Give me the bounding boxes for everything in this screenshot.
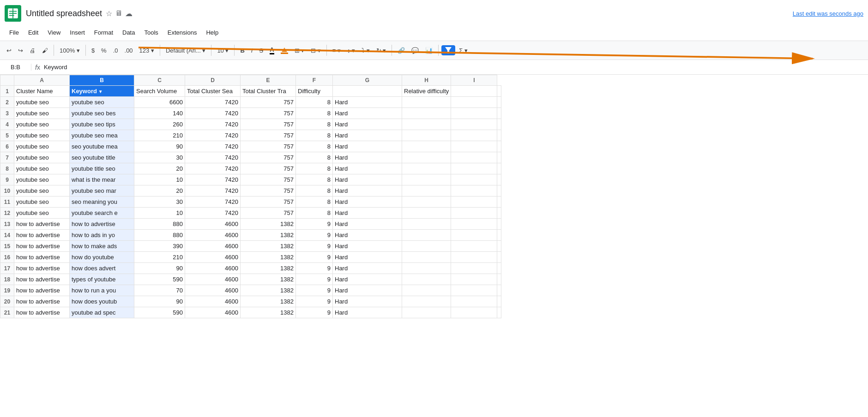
table-cell[interactable]: 8 xyxy=(296,163,333,174)
table-cell[interactable]: how to advertise xyxy=(14,285,70,296)
menu-file[interactable]: File xyxy=(5,27,24,38)
table-cell[interactable]: Relative difficulty xyxy=(402,86,451,97)
table-cell[interactable] xyxy=(497,141,501,152)
table-cell[interactable]: youtube seo xyxy=(14,185,70,197)
table-cell[interactable]: youtube seo xyxy=(14,141,70,152)
table-cell[interactable]: 880 xyxy=(134,219,185,230)
table-cell[interactable]: Hard xyxy=(333,208,402,219)
table-cell[interactable] xyxy=(402,230,451,241)
table-cell[interactable]: Hard xyxy=(333,97,402,108)
print-button[interactable]: 🖨 xyxy=(27,45,38,56)
table-cell[interactable]: 4600 xyxy=(185,219,241,230)
table-cell[interactable]: how do youtube xyxy=(70,252,134,263)
table-cell[interactable] xyxy=(451,307,497,318)
table-cell[interactable]: how to advertise xyxy=(14,241,70,252)
table-cell[interactable] xyxy=(451,174,497,185)
percent-button[interactable]: % xyxy=(98,45,109,56)
table-cell[interactable] xyxy=(451,130,497,141)
sum-button[interactable]: Σ ▾ xyxy=(456,45,470,56)
col-header-g[interactable]: G xyxy=(333,75,402,86)
table-cell[interactable]: how to advertise xyxy=(14,219,70,230)
table-cell[interactable]: youtube seo mar xyxy=(70,185,134,197)
table-cell[interactable] xyxy=(402,274,451,285)
table-cell[interactable]: 757 xyxy=(241,141,296,152)
table-cell[interactable]: youtube seo bes xyxy=(70,108,134,119)
table-cell[interactable]: Hard xyxy=(333,219,402,230)
table-cell[interactable]: 757 xyxy=(241,130,296,141)
table-cell[interactable]: 9 xyxy=(296,252,333,263)
col-header-b[interactable]: B xyxy=(70,75,134,86)
table-cell[interactable]: how to advertise xyxy=(14,296,70,307)
table-cell[interactable]: Hard xyxy=(333,285,402,296)
table-cell[interactable]: youtube seo xyxy=(14,97,70,108)
col-header-i[interactable]: I xyxy=(451,75,497,86)
table-cell[interactable]: 140 xyxy=(134,108,185,119)
italic-button[interactable]: I xyxy=(248,45,256,56)
table-cell[interactable]: 4600 xyxy=(185,285,241,296)
table-cell[interactable]: youtube seo xyxy=(14,119,70,130)
table-cell[interactable]: 1382 xyxy=(241,230,296,241)
table-cell[interactable]: how to advertise xyxy=(14,307,70,318)
table-cell[interactable]: Keyword ▼ xyxy=(70,86,134,97)
table-cell[interactable]: 9 xyxy=(296,219,333,230)
table-cell[interactable]: Hard xyxy=(333,108,402,119)
table-cell[interactable] xyxy=(451,163,497,174)
table-cell[interactable] xyxy=(402,119,451,130)
table-cell[interactable]: youtube title seo xyxy=(70,163,134,174)
undo-button[interactable]: ↩ xyxy=(4,45,14,56)
table-cell[interactable]: youtube seo xyxy=(14,152,70,163)
table-cell[interactable]: youtube seo xyxy=(14,163,70,174)
font-select[interactable]: Default (Ari... ▾ xyxy=(163,45,208,56)
table-cell[interactable] xyxy=(402,130,451,141)
table-cell[interactable]: 4600 xyxy=(185,241,241,252)
table-cell[interactable]: 7420 xyxy=(185,97,241,108)
menu-view[interactable]: View xyxy=(43,27,65,38)
table-cell[interactable]: Hard xyxy=(333,241,402,252)
rotate-button[interactable]: ↻ ▾ xyxy=(374,45,389,56)
table-cell[interactable] xyxy=(402,263,451,274)
table-cell[interactable]: 260 xyxy=(134,119,185,130)
table-cell[interactable]: how to advertise xyxy=(70,219,134,230)
table-cell[interactable]: Hard xyxy=(333,163,402,174)
table-cell[interactable] xyxy=(402,174,451,185)
table-cell[interactable]: how does advert xyxy=(70,263,134,274)
table-cell[interactable]: 8 xyxy=(296,119,333,130)
table-cell[interactable]: 30 xyxy=(134,152,185,163)
table-cell[interactable]: 880 xyxy=(134,230,185,241)
cell-reference[interactable]: B:B xyxy=(4,64,31,71)
table-cell[interactable] xyxy=(451,108,497,119)
table-cell[interactable] xyxy=(333,86,402,97)
currency-button[interactable]: $ xyxy=(89,45,97,56)
table-cell[interactable]: how to advertise xyxy=(14,263,70,274)
table-cell[interactable]: 757 xyxy=(241,97,296,108)
table-cell[interactable]: 757 xyxy=(241,174,296,185)
table-cell[interactable] xyxy=(402,197,451,208)
cloud-icon[interactable]: ☁ xyxy=(125,9,133,18)
table-cell[interactable]: 1382 xyxy=(241,263,296,274)
table-cell[interactable] xyxy=(497,185,501,197)
wrap-button[interactable]: ⤵ ▾ xyxy=(359,45,373,56)
table-cell[interactable]: youtube seo tips xyxy=(70,119,134,130)
table-cell[interactable]: youtube seo mea xyxy=(70,130,134,141)
table-cell[interactable] xyxy=(402,285,451,296)
table-cell[interactable]: 757 xyxy=(241,119,296,130)
table-cell[interactable]: 1382 xyxy=(241,296,296,307)
table-cell[interactable] xyxy=(402,241,451,252)
table-cell[interactable] xyxy=(497,230,501,241)
filter-button[interactable] xyxy=(441,45,455,55)
bold-button[interactable]: B xyxy=(237,45,247,56)
table-cell[interactable]: 8 xyxy=(296,152,333,163)
table-cell[interactable]: Hard xyxy=(333,197,402,208)
table-cell[interactable] xyxy=(497,97,501,108)
decimal-dec-button[interactable]: .0 xyxy=(110,45,121,56)
table-cell[interactable] xyxy=(497,296,501,307)
table-cell[interactable]: 1382 xyxy=(241,285,296,296)
paint-format-button[interactable]: 🖌 xyxy=(39,45,51,56)
table-cell[interactable]: 4600 xyxy=(185,230,241,241)
table-cell[interactable] xyxy=(451,252,497,263)
table-cell[interactable] xyxy=(451,296,497,307)
chart-button[interactable]: 📊 xyxy=(422,45,435,56)
table-cell[interactable]: 1382 xyxy=(241,219,296,230)
table-cell[interactable]: 757 xyxy=(241,208,296,219)
table-cell[interactable] xyxy=(451,285,497,296)
